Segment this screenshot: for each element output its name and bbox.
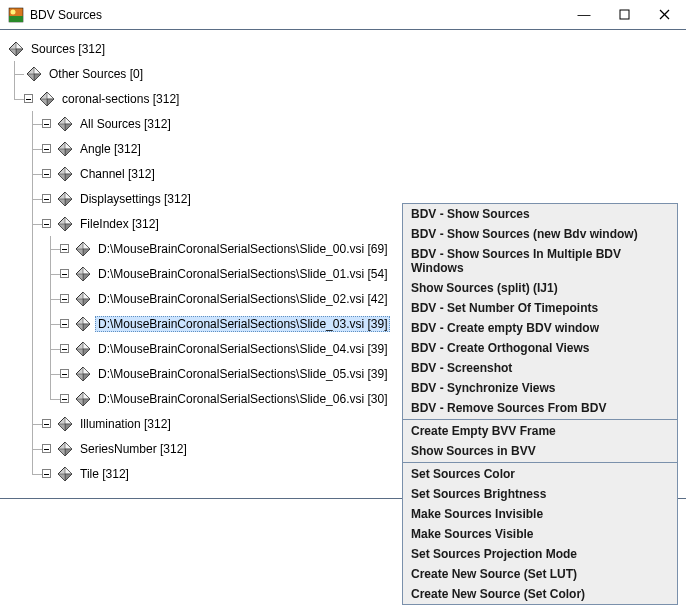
node-label: Tile [312] [77,466,132,482]
node-label: D:\MouseBrainCoronalSerialSections\Slide… [95,291,390,307]
collapse-toggle[interactable] [60,294,69,303]
menu-separator [403,419,677,420]
menu-item[interactable]: Set Sources Projection Mode [403,544,677,564]
diamond-icon [75,391,91,407]
menu-item[interactable]: Set Sources Brightness [403,484,677,504]
diamond-icon [57,191,73,207]
diamond-icon [75,316,91,332]
collapse-toggle[interactable] [42,444,51,453]
diamond-icon [75,341,91,357]
menu-item[interactable]: Make Sources Visible [403,524,677,544]
collapse-toggle[interactable] [42,219,51,228]
diamond-icon [57,141,73,157]
menu-item[interactable]: Make Sources Invisible [403,504,677,524]
menu-item[interactable]: Create New Source (Set LUT) [403,564,677,584]
node-label: All Sources [312] [77,116,174,132]
menu-item[interactable]: BDV - Set Number Of Timepoints [403,298,677,318]
node-label: D:\MouseBrainCoronalSerialSections\Slide… [95,266,390,282]
tree-node[interactable]: coronal-sections [312] [6,86,680,111]
collapse-toggle[interactable] [42,194,51,203]
diamond-icon [26,66,42,82]
menu-item[interactable]: Create New Source (Set Color) [403,584,677,604]
menu-item[interactable]: BDV - Screenshot [403,358,677,378]
context-menu: BDV - Show SourcesBDV - Show Sources (ne… [402,203,678,605]
titlebar: BDV Sources — [0,0,686,30]
diamond-icon [75,241,91,257]
collapse-toggle[interactable] [60,319,69,328]
minimize-button[interactable]: — [564,1,604,29]
node-label: D:\MouseBrainCoronalSerialSections\Slide… [95,241,390,257]
menu-item[interactable]: BDV - Remove Sources From BDV [403,398,677,418]
collapse-toggle[interactable] [42,469,51,478]
node-label: Displaysettings [312] [77,191,194,207]
menu-item[interactable]: Show Sources (split) (IJ1) [403,278,677,298]
collapse-toggle[interactable] [60,269,69,278]
diamond-icon [57,116,73,132]
tree-node[interactable]: Channel [312] [6,161,680,186]
diamond-icon [75,291,91,307]
app-icon [8,7,24,23]
diamond-icon [75,366,91,382]
diamond-icon [75,266,91,282]
menu-item[interactable]: Set Sources Color [403,464,677,484]
collapse-toggle[interactable] [60,369,69,378]
menu-item[interactable]: BDV - Show Sources (new Bdv window) [403,224,677,244]
collapse-toggle[interactable] [42,419,51,428]
menu-item[interactable]: BDV - Show Sources In Multiple BDV Windo… [403,244,677,278]
diamond-icon [57,441,73,457]
node-label: coronal-sections [312] [59,91,182,107]
diamond-icon [57,166,73,182]
menu-item[interactable]: BDV - Create Orthogonal Views [403,338,677,358]
node-label: FileIndex [312] [77,216,162,232]
node-label: D:\MouseBrainCoronalSerialSections\Slide… [95,366,390,382]
node-label: SeriesNumber [312] [77,441,190,457]
close-icon [659,9,670,20]
diamond-icon [57,466,73,482]
menu-item[interactable]: Create Empty BVV Frame [403,421,677,441]
collapse-toggle[interactable] [42,119,51,128]
menu-item[interactable]: BDV - Show Sources [403,204,677,224]
menu-item[interactable]: BDV - Create empty BDV window [403,318,677,338]
node-label: D:\MouseBrainCoronalSerialSections\Slide… [95,316,390,332]
menu-item[interactable]: BDV - Synchronize Views [403,378,677,398]
tree-node[interactable]: All Sources [312] [6,111,680,136]
close-button[interactable] [644,1,684,29]
node-label: Illumination [312] [77,416,174,432]
diamond-icon [8,41,24,57]
node-label: Angle [312] [77,141,144,157]
maximize-icon [619,9,630,20]
menu-item[interactable]: Show Sources in BVV [403,441,677,461]
diamond-icon [39,91,55,107]
tree-node[interactable]: Angle [312] [6,136,680,161]
maximize-button[interactable] [604,1,644,29]
node-label: D:\MouseBrainCoronalSerialSections\Slide… [95,391,390,407]
node-label: Other Sources [0] [46,66,146,82]
window-title: BDV Sources [30,8,564,22]
tree-node[interactable]: Other Sources [0] [6,61,680,86]
diamond-icon [57,216,73,232]
node-label: Channel [312] [77,166,158,182]
menu-separator [403,462,677,463]
node-label: Sources [312] [28,41,108,57]
collapse-toggle[interactable] [60,394,69,403]
collapse-toggle[interactable] [60,244,69,253]
collapse-toggle[interactable] [24,94,33,103]
svg-rect-7 [620,10,629,19]
tree-node-root[interactable]: Sources [312] [6,36,680,61]
diamond-icon [57,416,73,432]
collapse-toggle[interactable] [42,144,51,153]
collapse-toggle[interactable] [42,169,51,178]
node-label: D:\MouseBrainCoronalSerialSections\Slide… [95,341,390,357]
collapse-toggle[interactable] [60,344,69,353]
